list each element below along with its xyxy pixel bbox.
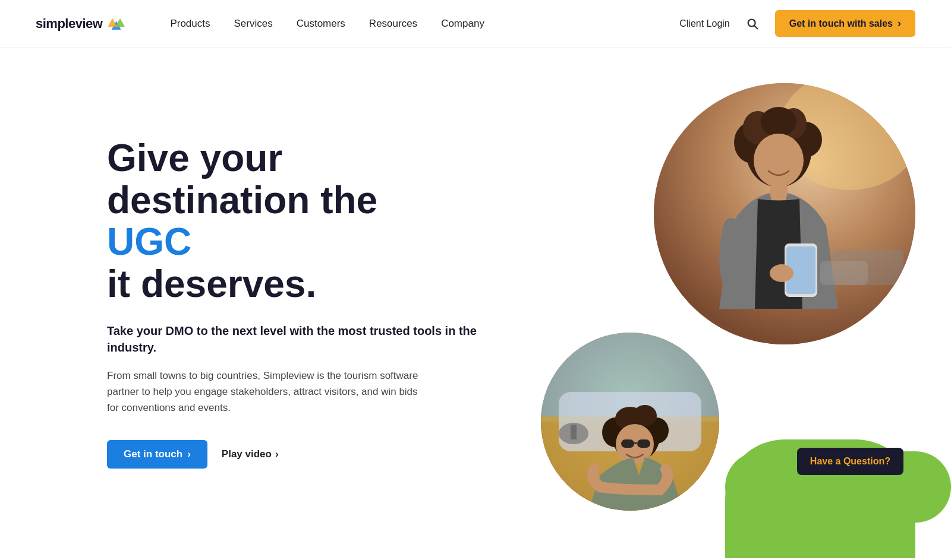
svg-point-12 (761, 107, 796, 137)
svg-point-13 (754, 134, 804, 187)
svg-line-4 (754, 26, 757, 29)
nav-links: Products Services Customers Resources Co… (160, 13, 679, 34)
play-video-button[interactable]: Play video › (222, 448, 279, 460)
get-in-touch-button[interactable]: Get in touch › (107, 440, 207, 469)
hero-content: Give your destination the UGC it deserve… (107, 137, 523, 468)
svg-rect-32 (621, 439, 634, 448)
nav-item-company[interactable]: Company (432, 13, 494, 34)
logo-text: simpleview (36, 16, 102, 31)
hero-subtitle: Take your DMO to the next level with the… (107, 322, 523, 356)
svg-rect-19 (820, 261, 868, 285)
navbar: simpleview Products Services Customers R… (0, 0, 951, 48)
hero-ugc-highlight: UGC (107, 220, 191, 263)
hero-image-small-circle (541, 333, 719, 511)
nav-item-services[interactable]: Services (224, 13, 282, 34)
hero-image-large-circle (654, 83, 915, 344)
hero-images (505, 83, 951, 558)
get-in-touch-arrow: › (187, 448, 191, 460)
nav-right: Client Login Get in touch with sales › (679, 10, 915, 37)
svg-rect-25 (571, 425, 577, 439)
hero-buttons: Get in touch › Play video › (107, 440, 523, 469)
play-video-arrow: › (275, 448, 279, 460)
get-in-touch-sales-button[interactable]: Get in touch with sales › (775, 10, 915, 37)
logo-icon (106, 15, 125, 32)
logo[interactable]: simpleview (36, 15, 125, 32)
cta-arrow: › (898, 17, 901, 30)
svg-rect-33 (637, 439, 650, 448)
hero-title: Give your destination the UGC it deserve… (107, 137, 523, 305)
client-login-link[interactable]: Client Login (679, 18, 730, 29)
have-a-question-badge[interactable]: Have a Question? (797, 448, 903, 475)
nav-item-customers[interactable]: Customers (287, 13, 355, 34)
hero-description: From small towns to big countries, Simpl… (107, 368, 428, 416)
nav-item-resources[interactable]: Resources (360, 13, 427, 34)
svg-point-30 (633, 405, 657, 426)
hero-section: Give your destination the UGC it deserve… (0, 48, 951, 558)
nav-item-products[interactable]: Products (160, 13, 219, 34)
search-button[interactable] (742, 13, 763, 34)
svg-point-17 (770, 264, 793, 282)
